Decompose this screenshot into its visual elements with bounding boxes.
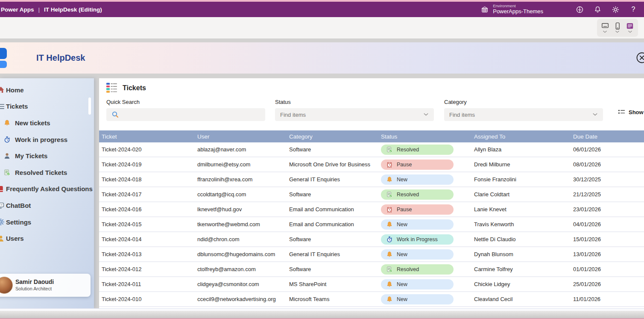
table-row[interactable]: Ticket-2024-012 ctolfreyb@amazon.com Sof… [99,262,644,277]
environment-selector[interactable]: Environment PowerApps-Themes [480,4,543,15]
sidebar-item-tickets[interactable]: Tickets [0,98,94,115]
cell-assigned-to: Dredi Milburne [471,157,571,171]
status-badge: New [381,279,454,289]
chevron-down-icon [615,30,620,33]
notifications-bell-icon [594,6,602,14]
show-all-button[interactable]: Show All [618,109,644,115]
quick-search-box [106,108,265,121]
tablet-preview-button[interactable] [625,22,635,33]
cell-due-date: 04/01/2026 [571,217,644,231]
sidebar: Home Tickets New tickets Work in progres… [0,78,94,308]
settings-blue-gear-icon [0,218,5,226]
cell-ticket: Ticket-2024-014 [99,232,195,246]
cell-due-date: 23/01/2026 [571,202,644,216]
column-header-due-date: Due Date [571,130,644,142]
cell-ticket: Ticket-2024-012 [99,262,195,276]
laptop-preview-button[interactable] [600,22,610,33]
phone-preview-button[interactable] [612,22,623,33]
sidebar-item-new-tickets[interactable]: New tickets [0,115,94,131]
table-header: TicketUserCategoryStatusAssigned ToDue D… [99,130,644,142]
show-all-label: Show All [629,109,644,115]
cell-category: Email and Communication [287,202,378,216]
close-icon[interactable] [636,52,644,64]
resolved-doc-icon [3,169,11,176]
cell-category: General IT Enquiries [287,247,378,261]
column-header-ticket: Ticket [99,130,195,142]
table-row[interactable]: Ticket-2024-016 lknevetf@hud.gov Email a… [99,202,644,217]
cell-due-date: 30/12/2025 [571,172,644,186]
table-row[interactable]: Ticket-2024-013 dblunsomc@hugedomains.co… [99,247,644,262]
bell-icon [386,296,393,303]
sidebar-scrollbar-thumb[interactable] [88,97,91,115]
status-dropdown[interactable]: Find items [275,108,434,121]
cell-user: tkenworthe@webmd.com [195,217,287,231]
cell-due-date: 13/01/2026 [571,247,644,261]
sidebar-item-home[interactable]: Home [0,82,94,98]
table-row[interactable]: Ticket-2024-019 dmilburnei@etsy.com Micr… [99,157,644,172]
sidebar-item-frequently-asked-questions[interactable]: Frequently Asked Questions [0,181,94,198]
bell-icon [386,281,393,288]
sidebar-item-settings[interactable]: Settings [0,214,94,230]
cell-due-date: 01/01/2026 [571,262,644,276]
cell-ticket: Ticket-2024-015 [99,217,195,231]
table-row[interactable]: Ticket-2024-017 ccoldtartg@icq.com Softw… [99,187,644,202]
copilot-button[interactable] [571,2,588,17]
table-row[interactable]: Ticket-2024-018 ffranzolinih@xrea.com Ge… [99,172,644,187]
status-badge: Resolved [381,264,454,275]
settings-button[interactable] [606,2,624,17]
category-dropdown[interactable]: Find items [444,108,603,121]
status-badge: Resolved [381,189,454,200]
table-row[interactable]: Ticket-2024-014 ndid@chron.com Software … [99,232,644,247]
cell-assigned-to: Fonsie Franzolini [471,172,571,186]
cell-due-date: 06/01/2026 [571,142,644,157]
cell-assigned-to: Nettle Di Claudio [471,232,571,246]
app-logo-icon [0,48,7,68]
table-row[interactable]: Ticket-2024-020 ablazaj@naver.com Softwa… [99,142,644,157]
user-name: Samir Daoudi [15,278,54,286]
bell-icon [386,221,393,228]
status-badge: New [381,174,454,185]
copilot-icon [576,6,584,14]
cell-due-date: 15/01/2026 [571,232,644,246]
sidebar-item-resolved-tickets[interactable]: Resolved Tickets [0,164,94,181]
table-row[interactable]: Ticket-2024-011 clidgeya@csmonitor.com M… [99,277,644,292]
table-row[interactable]: Ticket-2024-015 tkenworthe@webmd.com Ema… [99,217,644,232]
status-badge: New [381,294,454,304]
cell-due-date: 11/01/2026 [571,292,644,306]
cell-status: Work in Progress [378,232,471,246]
status-badge: Resolved [381,145,454,155]
sidebar-item-my-tickets[interactable]: My Tickets [0,148,94,164]
tablet-icon [625,22,635,30]
avatar [0,277,13,294]
search-icon [111,111,123,118]
column-header-category: Category [287,130,378,142]
topbar-actions: Environment PowerApps-Themes ? [480,2,644,17]
category-dropdown-value: Find items [449,112,592,118]
person-icon [3,152,11,160]
bell-icon [386,251,393,258]
cell-category: Software [287,232,378,246]
laptop-icon [600,22,610,30]
search-input[interactable] [123,112,260,118]
cell-status: New [378,292,471,306]
home-icon [0,86,5,94]
cell-assigned-to: Lanie Knevet [471,202,571,216]
stopwatch-icon [386,236,393,243]
cell-category: Software [287,262,378,276]
notifications-button[interactable] [588,2,606,17]
table-row[interactable]: Ticket-2024-010 ccecil9@networkadvertisi… [99,292,644,307]
cell-assigned-to: Clarie Coldtart [471,187,571,201]
sidebar-item-chatbot[interactable]: ChatBot [0,197,94,214]
sidebar-item-users[interactable]: Users [0,230,94,247]
users-icon [0,235,5,242]
cell-status: New [378,247,471,261]
help-button[interactable]: ? [624,2,642,17]
cell-category: Microsoft Teams [287,292,378,306]
sidebar-nav: Home Tickets New tickets Work in progres… [0,82,94,247]
sidebar-item-work-in-progress[interactable]: Work in progress [0,131,94,148]
cell-user: ccoldtartg@icq.com [195,187,287,201]
environment-name: PowerApps-Themes [493,9,543,15]
cell-status: Resolved [378,262,471,276]
user-card[interactable]: Samir Daoudi Solution Architect [0,274,91,297]
window-bottom-bar [0,311,644,318]
